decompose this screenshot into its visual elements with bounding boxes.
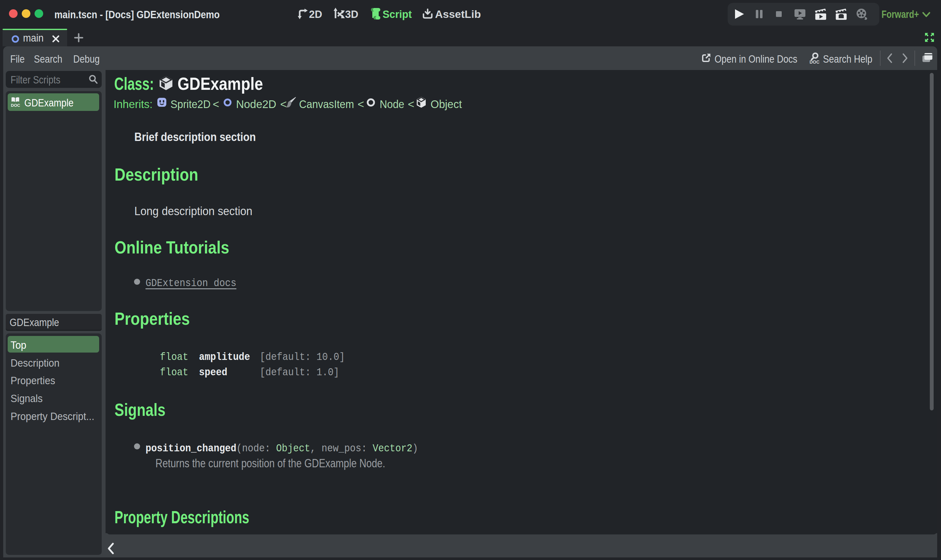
svg-text:DOC: DOC: [11, 103, 20, 108]
svg-text:DOC: DOC: [810, 60, 819, 65]
